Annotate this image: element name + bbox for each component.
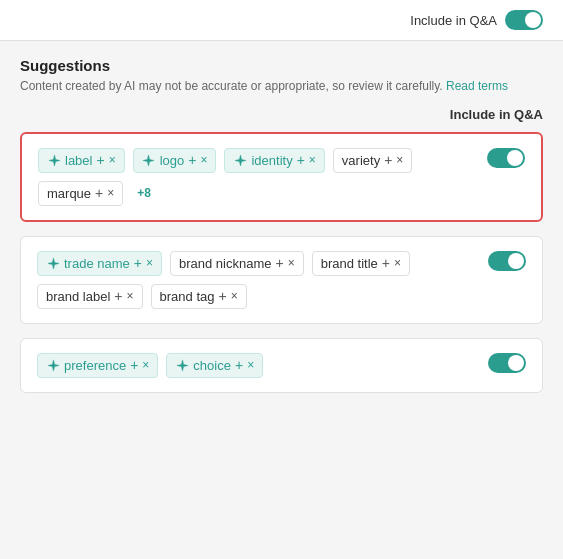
tag-2-1: brand nickname+× <box>170 251 304 276</box>
main-content: Suggestions Content created by AI may no… <box>0 41 563 423</box>
sparkle-icon <box>46 256 60 270</box>
tag-remove-2-1[interactable]: × <box>288 257 295 269</box>
tag-remove-1-0[interactable]: × <box>109 154 116 166</box>
sparkle-icon <box>233 153 247 167</box>
suggestions-description: Content created by AI may not be accurat… <box>20 78 543 95</box>
cards-container: label+× logo+× identity+×variety+×marque… <box>20 132 543 393</box>
top-toggle-label: Include in Q&A <box>410 13 497 28</box>
card-toggle-3[interactable] <box>488 353 526 373</box>
tag-plus-2-4[interactable]: + <box>218 289 226 303</box>
tag-text-2-0: trade name <box>64 256 130 271</box>
card-toggle-wrap-2 <box>488 251 526 274</box>
tag-plus-1-2[interactable]: + <box>297 153 305 167</box>
tag-3-0: preference+× <box>37 353 158 378</box>
card-toggle-wrap-3 <box>488 353 526 376</box>
suggestion-card-1: label+× logo+× identity+×variety+×marque… <box>20 132 543 222</box>
tag-1-3: variety+× <box>333 148 413 173</box>
tag-text-1-2: identity <box>251 153 292 168</box>
tag-remove-2-2[interactable]: × <box>394 257 401 269</box>
tag-text-1-1: logo <box>160 153 185 168</box>
tag-plus-1-0[interactable]: + <box>96 153 104 167</box>
card-toggle-1[interactable] <box>487 148 525 168</box>
tag-plus-3-1[interactable]: + <box>235 358 243 372</box>
tag-text-1-4: marque <box>47 186 91 201</box>
tag-text-3-0: preference <box>64 358 126 373</box>
column-header-row: Include in Q&A <box>20 107 543 122</box>
tag-2-3: brand label+× <box>37 284 143 309</box>
tag-plus-1-3[interactable]: + <box>384 153 392 167</box>
sparkle-icon <box>175 358 189 372</box>
more-badge-1[interactable]: +8 <box>131 182 157 204</box>
tag-plus-2-0[interactable]: + <box>134 256 142 270</box>
tag-2-2: brand title+× <box>312 251 410 276</box>
tag-text-3-1: choice <box>193 358 231 373</box>
tags-area-3: preference+× choice+× <box>37 353 526 378</box>
tag-text-1-0: label <box>65 153 92 168</box>
tag-text-2-3: brand label <box>46 289 110 304</box>
read-terms-link[interactable]: Read terms <box>446 79 508 93</box>
suggestions-desc-text: Content created by AI may not be accurat… <box>20 79 443 93</box>
tag-1-1: logo+× <box>133 148 217 173</box>
tag-remove-1-2[interactable]: × <box>309 154 316 166</box>
tag-remove-2-3[interactable]: × <box>127 290 134 302</box>
tag-3-1: choice+× <box>166 353 263 378</box>
tag-remove-2-4[interactable]: × <box>231 290 238 302</box>
top-bar: Include in Q&A <box>0 0 563 41</box>
tag-plus-2-3[interactable]: + <box>114 289 122 303</box>
tag-remove-1-3[interactable]: × <box>396 154 403 166</box>
tag-1-2: identity+× <box>224 148 324 173</box>
tag-remove-3-1[interactable]: × <box>247 359 254 371</box>
tags-area-2: trade name+×brand nickname+×brand title+… <box>37 251 526 309</box>
top-toggle[interactable] <box>505 10 543 30</box>
suggestions-title: Suggestions <box>20 57 543 74</box>
suggestions-header: Suggestions Content created by AI may no… <box>20 57 543 95</box>
suggestion-card-2: trade name+×brand nickname+×brand title+… <box>20 236 543 324</box>
tag-text-1-3: variety <box>342 153 380 168</box>
tag-1-0: label+× <box>38 148 125 173</box>
include-qa-column-header: Include in Q&A <box>450 107 543 122</box>
tag-text-2-2: brand title <box>321 256 378 271</box>
tag-plus-2-1[interactable]: + <box>275 256 283 270</box>
tag-plus-3-0[interactable]: + <box>130 358 138 372</box>
tag-remove-3-0[interactable]: × <box>142 359 149 371</box>
card-toggle-2[interactable] <box>488 251 526 271</box>
tag-1-4: marque+× <box>38 181 123 206</box>
tag-plus-1-4[interactable]: + <box>95 186 103 200</box>
suggestion-card-3: preference+× choice+× <box>20 338 543 393</box>
tag-remove-2-0[interactable]: × <box>146 257 153 269</box>
tag-plus-1-1[interactable]: + <box>188 153 196 167</box>
card-toggle-wrap-1 <box>487 148 525 171</box>
sparkle-icon <box>47 153 61 167</box>
tag-plus-2-2[interactable]: + <box>382 256 390 270</box>
tag-remove-1-1[interactable]: × <box>200 154 207 166</box>
tag-2-0: trade name+× <box>37 251 162 276</box>
tag-text-2-4: brand tag <box>160 289 215 304</box>
sparkle-icon <box>142 153 156 167</box>
tag-text-2-1: brand nickname <box>179 256 272 271</box>
tag-2-4: brand tag+× <box>151 284 247 309</box>
tags-area-1: label+× logo+× identity+×variety+×marque… <box>38 148 525 206</box>
sparkle-icon <box>46 358 60 372</box>
tag-remove-1-4[interactable]: × <box>107 187 114 199</box>
